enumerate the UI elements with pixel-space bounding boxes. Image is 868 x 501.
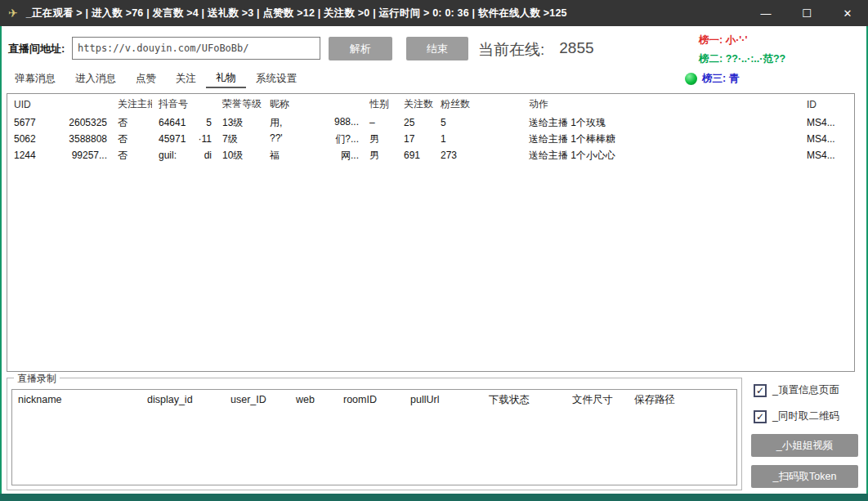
gift-table: UID 关注主播 抖音号 荣誉等级 昵称 性别 关注数 粉丝数 动作 ID 56… — [7, 93, 855, 372]
rec-col-save-path[interactable]: 保存路径 — [629, 393, 736, 407]
online-label: 当前在线: — [478, 39, 544, 60]
online-count: 当前在线: 2855 — [478, 39, 594, 60]
cell-action: 送给主播 1个棒棒糖 — [522, 131, 800, 147]
cell-level: 7级 — [216, 131, 263, 147]
rank-3: 榜三: 青 — [685, 72, 739, 86]
rec-col-user-id[interactable]: user_ID — [225, 394, 290, 405]
cell-douyin: 45971 — [159, 133, 186, 145]
rec-col-download-status[interactable]: 下载状态 — [483, 393, 566, 407]
cell-nick: 福 — [270, 149, 280, 163]
tab-settings[interactable]: 系统设置 — [246, 69, 306, 88]
cell-nick: 用, — [270, 116, 282, 130]
cell-douyin2: 5 — [206, 117, 212, 128]
recording-group: 直播录制 nickname display_id user_ID web roo… — [7, 378, 742, 490]
table-row[interactable]: 50623588808 否 45971·11 7级 ??'们?... 男 17 … — [7, 131, 854, 147]
green-ball-icon — [685, 73, 697, 85]
minimize-button[interactable]: — — [745, 0, 786, 26]
cell-uid: 5677 — [14, 117, 36, 128]
col-header-action[interactable]: 动作 — [522, 94, 800, 114]
tab-danmu[interactable]: 弹幕消息 — [5, 69, 65, 88]
window-title: _正在观看 > | 进入数 >76 | 发言数 >4 | 送礼数 >3 | 点赞… — [26, 7, 567, 20]
window-border-left — [0, 26, 2, 501]
cell-follows: 25 — [397, 114, 434, 131]
app-window: ✈ _正在观看 > | 进入数 >76 | 发言数 >4 | 送礼数 >3 | … — [0, 0, 868, 501]
rank-1: 榜一: 小·'·' — [699, 34, 747, 47]
cell-gender: 男 — [363, 131, 397, 147]
maximize-button[interactable]: ☐ — [786, 0, 827, 26]
cell-level: 13级 — [216, 114, 263, 131]
cell-uid: 1244 — [14, 150, 36, 161]
rec-col-file-size[interactable]: 文件尺寸 — [566, 393, 629, 407]
col-header-follow-count[interactable]: 关注数 — [397, 94, 434, 114]
cell-fans: 1 — [434, 131, 522, 147]
col-header-douyin-id[interactable]: 抖音号 — [152, 94, 216, 114]
col-header-id[interactable]: ID — [800, 94, 854, 114]
rank-2: 榜二: ??·..·:..·范?? — [699, 52, 785, 66]
sister-video-button[interactable]: _小姐姐视频 — [751, 434, 858, 457]
col-header-fans-count[interactable]: 粉丝数 — [434, 94, 522, 114]
col-header-nickname[interactable]: 昵称 — [263, 94, 363, 114]
cell-level: 10级 — [216, 147, 263, 163]
tab-like[interactable]: 点赞 — [126, 69, 166, 88]
cell-follow: 否 — [111, 131, 152, 147]
tab-follow[interactable]: 关注 — [166, 69, 206, 88]
tab-bar: 弹幕消息 进入消息 点赞 关注 礼物 系统设置 — [5, 69, 306, 88]
checkbox-pin-info-label: _顶置信息页面 — [772, 383, 839, 397]
rec-col-display-id[interactable]: display_id — [141, 394, 225, 405]
scan-token-button[interactable]: _扫码取Token — [751, 465, 858, 488]
checkbox-also-qrcode[interactable]: ✓ _同时取二维码 — [754, 409, 839, 423]
end-button[interactable]: 结束 — [406, 37, 468, 60]
cell-gender: 男 — [363, 147, 397, 163]
rec-col-web[interactable]: web — [290, 394, 338, 405]
cell-douyin2: ·11 — [199, 133, 212, 145]
cell-nick2: 们?... — [335, 132, 359, 146]
recording-table-header-row: nickname display_id user_ID web roomID p… — [12, 390, 736, 409]
cell-nick2: 网... — [341, 149, 359, 163]
cell-gender: – — [363, 114, 397, 131]
cell-id: MS4... — [800, 131, 854, 147]
close-button[interactable]: ✕ — [827, 0, 868, 26]
cell-uid2: 3588808 — [69, 133, 107, 145]
col-header-honor-level[interactable]: 荣誉等级 — [216, 94, 263, 114]
online-value: 2855 — [559, 39, 593, 60]
cell-fans: 273 — [434, 147, 522, 163]
checkbox-pin-info-page[interactable]: ✓ _顶置信息页面 — [754, 383, 839, 397]
checkbox-also-qrcode-label: _同时取二维码 — [772, 409, 839, 423]
cell-uid2: 2605325 — [69, 117, 107, 128]
parse-button[interactable]: 解析 — [329, 37, 392, 60]
recording-table: nickname display_id user_ID web roomID p… — [11, 389, 737, 485]
cell-douyin: guil: — [159, 150, 177, 161]
cell-uid: 5062 — [14, 133, 36, 145]
rank-3-label: 榜三: 青 — [702, 72, 739, 86]
rank-2-label: 榜二: ??·..·:..·范?? — [699, 52, 785, 66]
cell-douyin: 64641 — [159, 117, 186, 128]
rec-col-nickname[interactable]: nickname — [12, 394, 141, 405]
window-controls: — ☐ ✕ — [745, 0, 868, 26]
cell-action: 送给主播 1个小心心 — [522, 147, 800, 163]
titlebar: ✈ _正在观看 > | 进入数 >76 | 发言数 >4 | 送礼数 >3 | … — [0, 0, 868, 26]
cell-id: MS4... — [800, 114, 854, 131]
cell-douyin2: di — [204, 150, 212, 161]
gift-table-header-row: UID 关注主播 抖音号 荣誉等级 昵称 性别 关注数 粉丝数 动作 ID — [7, 94, 854, 114]
cell-follow: 否 — [111, 114, 152, 131]
cell-uid2: 99257... — [72, 150, 107, 161]
cell-id: MS4... — [800, 147, 854, 163]
checkbox-checked-icon[interactable]: ✓ — [754, 410, 767, 423]
cell-nick: ??' — [270, 132, 283, 146]
table-row[interactable]: 56772605325 否 646415 13级 用,988... – 25 5… — [7, 114, 854, 131]
tab-enter[interactable]: 进入消息 — [65, 69, 126, 88]
col-header-uid[interactable]: UID — [7, 94, 111, 114]
address-input[interactable] — [72, 37, 320, 60]
col-header-follow-anchor[interactable]: 关注主播 — [111, 94, 152, 114]
recording-group-label: 直播录制 — [14, 372, 60, 386]
rec-col-roomid[interactable]: roomID — [338, 394, 405, 405]
tab-gift[interactable]: 礼物 — [206, 69, 246, 88]
cell-fans: 5 — [434, 114, 522, 131]
checkbox-checked-icon[interactable]: ✓ — [754, 384, 767, 397]
cell-action: 送给主播 1个玫瑰 — [522, 114, 800, 131]
table-row[interactable]: 124499257... 否 guil:di 10级 福网... 男 691 2… — [7, 147, 854, 163]
app-icon: ✈ — [8, 7, 18, 20]
cell-follows: 17 — [397, 131, 434, 147]
rec-col-pullurl[interactable]: pullUrl — [405, 394, 483, 405]
col-header-gender[interactable]: 性别 — [363, 94, 397, 114]
